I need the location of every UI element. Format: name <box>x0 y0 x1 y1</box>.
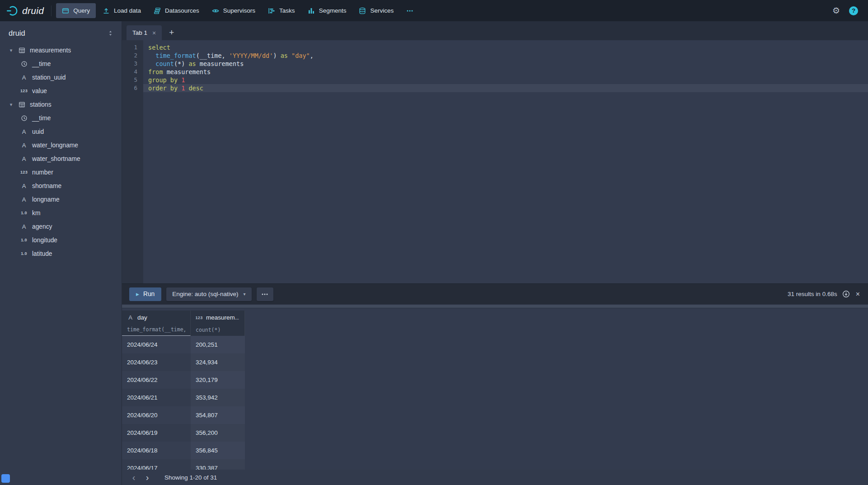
close-icon[interactable]: × <box>855 290 861 298</box>
add-tab-button[interactable]: + <box>169 28 174 38</box>
tree-item-water-shortname[interactable]: Awater_shortname <box>0 152 122 165</box>
tab-tab1[interactable]: Tab 1 × <box>127 25 162 40</box>
cell-day[interactable]: 2024/06/19 <box>122 424 191 442</box>
string-icon: A <box>20 196 28 203</box>
cell-day[interactable]: 2024/06/23 <box>122 353 191 371</box>
code-text: from measurements <box>143 68 868 76</box>
time-icon <box>20 61 28 67</box>
sql-editor[interactable]: 1select2 time_format(__time, 'YYYY/MM/dd… <box>122 40 868 283</box>
tree-item-water-longname[interactable]: Awater_longname <box>0 138 122 152</box>
eye-icon <box>212 7 219 14</box>
tree-item-longname[interactable]: Alongname <box>0 193 122 206</box>
editor-line-4: 4from measurements <box>122 68 868 76</box>
table-icon <box>18 47 25 54</box>
tree-item-label: water_shortname <box>32 155 80 162</box>
stacked-rects-icon <box>154 7 161 14</box>
nav-item-load-data[interactable]: Load data <box>97 3 147 18</box>
run-more-button[interactable] <box>257 287 273 301</box>
tree-item---time[interactable]: __time <box>0 57 122 71</box>
tree-item-stations[interactable]: ▾stations <box>0 98 122 111</box>
nav-item-query[interactable]: Query <box>56 3 96 18</box>
schema-name: druid <box>9 29 25 38</box>
cell-measurements[interactable]: 200,251 <box>191 336 245 353</box>
cell-measurements[interactable]: 320,179 <box>191 371 245 389</box>
chevron-down-icon[interactable]: ▾ <box>9 47 14 53</box>
table-row: 2024/06/24200,251 <box>122 336 868 353</box>
column-header-day[interactable]: Adaytime_format(__time, … <box>122 311 191 336</box>
double-caret-vertical-icon[interactable] <box>108 30 113 36</box>
number-type-icon: 123 <box>196 315 202 320</box>
tree-item-label: __time <box>32 61 51 67</box>
druid-logo-icon <box>6 5 19 17</box>
gantt-icon <box>268 7 275 14</box>
brand-text: druid <box>22 5 44 16</box>
results-scrollbar[interactable] <box>122 304 868 308</box>
tree-item-latitude[interactable]: 1.0latitude <box>0 247 122 260</box>
number-icon: 123 <box>20 170 28 174</box>
cell-day[interactable]: 2024/06/21 <box>122 389 191 406</box>
table-row: 2024/06/18356,845 <box>122 442 868 459</box>
download-icon[interactable] <box>842 290 850 298</box>
tree-item---time[interactable]: __time <box>0 111 122 125</box>
engine-select[interactable]: Engine: auto (sql-native) ▾ <box>166 287 251 301</box>
chevron-down-icon[interactable]: ▾ <box>9 102 14 108</box>
tree-item-label: latitude <box>32 250 52 257</box>
results-grid: Adaytime_format(__time, …123measurem…cou… <box>122 311 868 470</box>
cell-measurements[interactable]: 330,387 <box>191 459 245 470</box>
nav-item-supervisors[interactable]: Supervisors <box>206 3 261 18</box>
cell-measurements[interactable]: 324,934 <box>191 353 245 371</box>
druid-logo[interactable]: druid <box>5 5 48 17</box>
chevron-right-icon[interactable]: › <box>141 471 154 484</box>
run-button[interactable]: ▶ Run <box>129 287 161 301</box>
nav-item-more[interactable] <box>400 3 419 18</box>
tab-close-icon[interactable]: × <box>152 29 156 37</box>
nav-item-segments[interactable]: Segments <box>302 3 352 18</box>
help-icon[interactable]: ? <box>849 6 858 15</box>
cell-day[interactable]: 2024/06/24 <box>122 336 191 353</box>
tree-item-value[interactable]: 123value <box>0 84 122 98</box>
cell-measurements[interactable]: 354,807 <box>191 406 245 424</box>
cell-day[interactable]: 2024/06/18 <box>122 442 191 459</box>
tree-item-label: longname <box>32 196 60 203</box>
query-tabbar: Tab 1 × + <box>122 21 868 40</box>
tree-item-shortname[interactable]: Ashortname <box>0 179 122 193</box>
float-icon: 1.0 <box>20 251 28 256</box>
float-icon: 1.0 <box>20 211 28 215</box>
time-icon <box>20 115 28 122</box>
string-type-icon: A <box>127 314 134 321</box>
tree-item-uuid[interactable]: Auuid <box>0 125 122 138</box>
code-text: group by 1 <box>143 76 868 84</box>
table-row: 2024/06/23324,934 <box>122 353 868 371</box>
number-icon: 123 <box>20 89 28 93</box>
database-icon <box>359 7 366 14</box>
column-header-measurem[interactable]: 123measurem…count(*) <box>191 311 245 336</box>
column-expression: count(*) <box>196 327 239 333</box>
tree-item-measurements[interactable]: ▾measurements <box>0 43 122 57</box>
nav-item-services[interactable]: Services <box>353 3 399 18</box>
nav-item-datasources[interactable]: Datasources <box>148 3 205 18</box>
schema-sidebar: druid ▾measurements__timeAstation_uuid12… <box>0 21 122 485</box>
nav-item-label: Supervisors <box>223 7 255 14</box>
more-icon <box>406 7 413 14</box>
nav-item-tasks[interactable]: Tasks <box>262 3 301 18</box>
tree-item-station-uuid[interactable]: Astation_uuid <box>0 71 122 84</box>
cell-day[interactable]: 2024/06/17 <box>122 459 191 470</box>
tree-item-longitude[interactable]: 1.0longitude <box>0 233 122 247</box>
table-icon <box>18 101 25 108</box>
cell-day[interactable]: 2024/06/22 <box>122 371 191 389</box>
cell-measurements[interactable]: 356,845 <box>191 442 245 459</box>
chevron-left-icon[interactable]: ‹ <box>127 471 140 484</box>
gear-icon[interactable]: ⚙ <box>832 6 840 15</box>
cell-measurements[interactable]: 353,942 <box>191 389 245 406</box>
tree-item-agency[interactable]: Aagency <box>0 220 122 233</box>
code-text: order by 1 desc <box>143 84 868 92</box>
cell-day[interactable]: 2024/06/20 <box>122 406 191 424</box>
line-number: 4 <box>122 68 143 76</box>
query-view: Tab 1 × + 1select2 time_format(__time, '… <box>122 21 868 485</box>
pagination-label: Showing 1-20 of 31 <box>164 474 217 481</box>
tree-item-km[interactable]: 1.0km <box>0 206 122 220</box>
application-icon <box>62 7 69 14</box>
cell-measurements[interactable]: 356,200 <box>191 424 245 442</box>
editor-line-5: 5group by 1 <box>122 76 868 84</box>
tree-item-number[interactable]: 123number <box>0 165 122 179</box>
